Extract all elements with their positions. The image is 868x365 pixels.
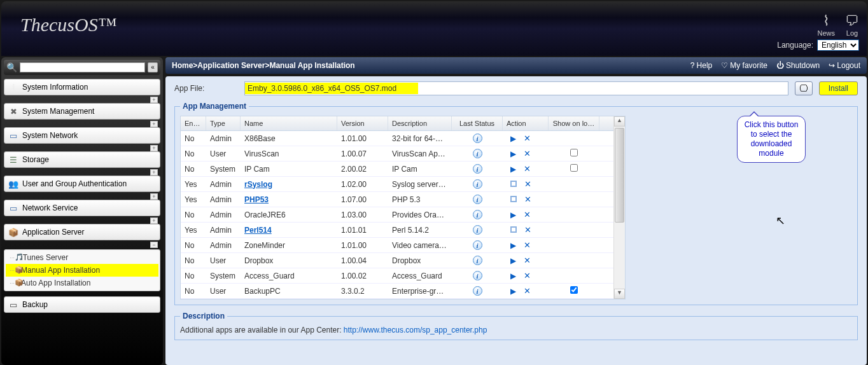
remove-button[interactable]: ✕ — [521, 195, 535, 204]
description-legend: Description — [180, 312, 227, 320]
cell-name: VirusScan — [241, 148, 337, 160]
table-row[interactable]: YesAdminPHP531.07.00PHP 5.3i✕ — [181, 192, 613, 207]
stop-button[interactable] — [510, 196, 517, 202]
search-input[interactable] — [20, 62, 145, 72]
start-button[interactable]: ▶ — [507, 210, 520, 219]
table-row[interactable]: NoAdminZoneMinder1.01.00Video camera…i▶✕ — [181, 238, 613, 253]
col-last-status[interactable]: Last Status — [452, 116, 503, 130]
app-file-input[interactable]: Emby_3.0.5986.0_x86_x64_OS5_OS7.mod — [244, 81, 788, 95]
scroll-down-button[interactable]: ▼ — [614, 289, 625, 299]
info-icon[interactable]: i — [473, 286, 482, 296]
cell-description: 32-bit for 64-… — [388, 132, 452, 145]
sidebar-item[interactable]: ▭Network Service — [4, 200, 160, 216]
shutdown-button[interactable]: ⏻Shutdown — [776, 61, 820, 70]
sidebar-item[interactable]: 👥User and Group Authentication — [4, 176, 160, 192]
app-name-link[interactable]: PHP53 — [244, 195, 269, 204]
col-type[interactable]: Type — [206, 116, 241, 130]
start-button[interactable]: ▶ — [507, 272, 520, 280]
col-enabled[interactable]: Ena… — [181, 116, 206, 130]
scroll-thumb[interactable] — [615, 128, 624, 223]
info-icon[interactable]: i — [473, 256, 482, 265]
table-row[interactable]: NoAdminX86Base1.01.0032-bit for 64-…i▶✕ — [181, 131, 613, 146]
start-button[interactable]: ▶ — [507, 241, 520, 250]
install-button[interactable]: Install — [819, 81, 858, 95]
show-on-login-checkbox[interactable] — [570, 149, 578, 156]
cell-action: ▶✕ — [503, 208, 549, 221]
table-row[interactable]: NoUserVirusScan1.00.07VirusScan Ap…i▶✕ — [181, 146, 613, 162]
col-action[interactable]: Action — [503, 116, 549, 130]
news-button[interactable]: ⌇News — [817, 13, 835, 37]
expand-button[interactable]: + — [150, 217, 158, 224]
col-description[interactable]: Description — [388, 116, 452, 130]
expand-button[interactable]: + — [150, 145, 158, 151]
app-name-link[interactable]: Perl514 — [244, 226, 272, 235]
show-on-login-checkbox[interactable] — [570, 164, 578, 172]
remove-button[interactable]: ✕ — [521, 225, 535, 235]
favorite-button[interactable]: ♡My favorite — [721, 61, 767, 70]
sidebar-item[interactable]: 📦Application Server — [4, 224, 160, 240]
sidebar-item[interactable]: ✖System Management — [4, 103, 160, 120]
remove-button[interactable]: ✕ — [521, 179, 535, 189]
info-icon[interactable]: i — [473, 271, 482, 280]
subnav-item[interactable]: 🎵iTunes Server — [6, 251, 158, 264]
app-center-link[interactable]: http://www.thecus.com/sp_app_center.php — [344, 326, 487, 334]
remove-button[interactable]: ✕ — [520, 149, 535, 158]
table-row[interactable]: NoAdminOracleJRE61.03.00Provides Oracl…i… — [181, 207, 613, 223]
browse-button[interactable]: 🖵 — [795, 81, 813, 95]
info-icon[interactable]: i — [473, 179, 482, 189]
table-row[interactable]: NoSystemAccess_Guard1.00.02Access_Guardi… — [181, 268, 613, 284]
subnav-item[interactable]: 📦Manual App Installation — [6, 264, 158, 277]
collapse-sidebar-button[interactable]: « — [148, 62, 158, 72]
start-button[interactable]: ▶ — [507, 287, 520, 296]
col-show-on-login[interactable]: Show on lo… — [549, 116, 599, 130]
col-version[interactable]: Version — [337, 116, 388, 130]
sidebar-item-backup[interactable]: ▭Backup — [4, 296, 160, 313]
start-button[interactable]: ▶ — [507, 165, 520, 174]
sidebar-item[interactable]: ℹSystem Information — [4, 79, 160, 95]
remove-button[interactable]: ✕ — [520, 256, 535, 265]
start-button[interactable]: ▶ — [507, 149, 520, 158]
help-button[interactable]: ?Help — [690, 61, 712, 70]
breadcrumb-l1[interactable]: Application Server — [197, 61, 265, 70]
info-icon[interactable]: i — [473, 225, 482, 235]
info-icon[interactable]: i — [473, 149, 482, 158]
start-button[interactable]: ▶ — [507, 134, 520, 143]
show-on-login-checkbox[interactable] — [570, 286, 578, 294]
log-button[interactable]: 🗩Log — [845, 13, 859, 37]
remove-button[interactable]: ✕ — [520, 210, 535, 219]
expand-button[interactable]: + — [150, 121, 158, 127]
table-row[interactable]: NoUserDropbox1.00.04Dropboxi▶✕ — [181, 253, 613, 268]
remove-button[interactable]: ✕ — [520, 134, 535, 143]
remove-button[interactable]: ✕ — [520, 271, 535, 280]
info-icon[interactable]: i — [473, 164, 482, 174]
expand-button[interactable]: − — [150, 242, 158, 248]
info-icon[interactable]: i — [473, 134, 482, 143]
expand-button[interactable]: + — [150, 169, 158, 176]
subnav-item[interactable]: 📦Auto App Installation — [6, 277, 158, 289]
expand-button[interactable]: + — [150, 193, 158, 200]
table-row[interactable]: NoSystemIP Cam2.00.02IP Cami▶✕ — [181, 162, 613, 177]
stop-button[interactable] — [510, 226, 517, 233]
logout-button[interactable]: ↪Logout — [829, 61, 860, 70]
col-name[interactable]: Name — [241, 116, 337, 130]
table-row[interactable]: NoUserBackupPC3.3.0.2Enterprise-gra…i▶✕ — [181, 284, 613, 299]
table-row[interactable]: YesAdminPerl5141.01.01Perl 5.14.2i✕ — [181, 223, 613, 238]
table-scrollbar[interactable]: ▲ ▼ — [613, 116, 625, 299]
info-icon[interactable]: i — [473, 210, 482, 219]
cell-status: i — [452, 132, 503, 145]
scroll-up-button[interactable]: ▲ — [614, 116, 625, 127]
expand-button[interactable]: + — [150, 97, 158, 103]
remove-button[interactable]: ✕ — [520, 240, 535, 250]
sidebar-item[interactable]: ☰Storage — [4, 151, 160, 168]
app-name-link[interactable]: rSyslog — [244, 180, 272, 189]
info-icon[interactable]: i — [473, 240, 482, 250]
language-dropdown[interactable]: English — [817, 39, 859, 51]
table-row[interactable]: YesAdminrSyslog1.02.00Syslog server …i✕ — [181, 177, 613, 192]
info-icon[interactable]: i — [473, 195, 482, 204]
stop-button[interactable] — [510, 181, 517, 187]
sidebar-item[interactable]: ▭System Network — [4, 127, 160, 144]
remove-button[interactable]: ✕ — [520, 164, 535, 174]
breadcrumb-home[interactable]: Home — [172, 61, 193, 70]
start-button[interactable]: ▶ — [507, 256, 520, 265]
remove-button[interactable]: ✕ — [520, 286, 535, 296]
